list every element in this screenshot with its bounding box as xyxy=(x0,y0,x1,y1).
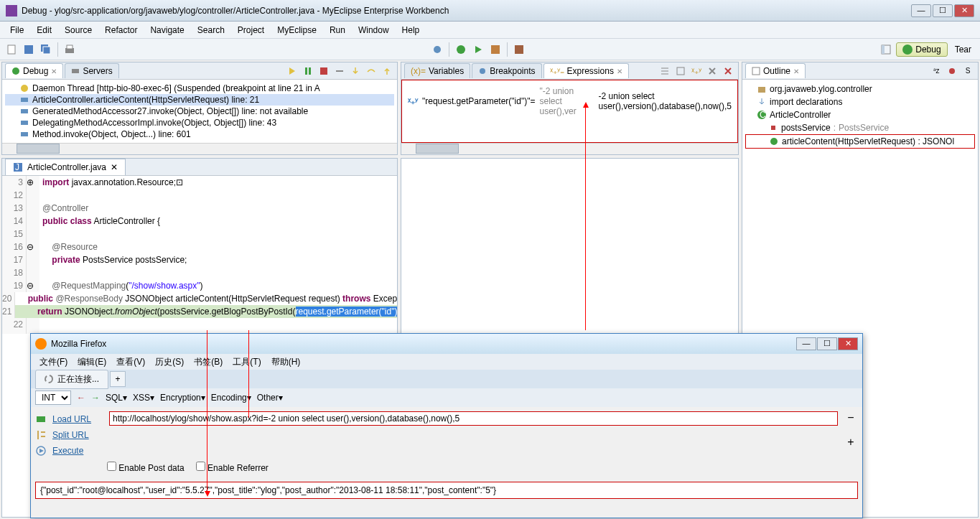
tab-variables[interactable]: (x)= Variables xyxy=(404,63,470,78)
ff-menu-history[interactable]: 历史(S) xyxy=(151,355,188,370)
remove-button[interactable] xyxy=(705,64,719,78)
hackbar-encryption[interactable]: Encryption▾ xyxy=(160,393,205,403)
close-icon[interactable]: ✕ xyxy=(111,162,118,172)
menu-edit[interactable]: Edit xyxy=(31,23,57,37)
outline-package[interactable]: org.javaweb.ylog.controller xyxy=(745,83,975,95)
menu-window[interactable]: Window xyxy=(353,23,395,37)
debug-dropdown[interactable] xyxy=(454,42,468,57)
outline-method[interactable]: articleContent(HttpServletRequest) : JSO… xyxy=(745,134,975,149)
menu-file[interactable]: File xyxy=(4,23,29,37)
hackbar-encoding[interactable]: Encoding▾ xyxy=(211,393,251,403)
close-icon[interactable]: ✕ xyxy=(51,67,57,75)
menu-search[interactable]: Search xyxy=(192,23,230,37)
coverage-button[interactable] xyxy=(488,42,503,57)
maximize-button[interactable]: ☐ xyxy=(933,4,953,17)
save-button[interactable] xyxy=(22,42,36,57)
minimize-button[interactable]: — xyxy=(911,4,931,17)
ff-close[interactable]: ✕ xyxy=(838,337,858,350)
firefox-tab[interactable]: 正在连接... xyxy=(35,370,108,389)
outline-class[interactable]: C ArticleController xyxy=(745,108,975,121)
disconnect-button[interactable] xyxy=(332,64,347,78)
hackbar-plus[interactable]: + xyxy=(844,436,858,449)
stack-frame[interactable]: DelegatingMethodAccessorImpl.invoke(Obje… xyxy=(5,117,394,128)
perspective-icon xyxy=(880,44,892,55)
enable-post-check[interactable]: Enable Post data xyxy=(107,462,185,473)
step-over-button[interactable] xyxy=(364,64,378,78)
remove-all-button[interactable] xyxy=(721,64,735,78)
outline-field[interactable]: postsService : PostsService xyxy=(745,121,975,134)
resume-button[interactable] xyxy=(285,64,299,78)
hackbar-other[interactable]: Other▾ xyxy=(257,393,283,403)
scrollbar[interactable] xyxy=(2,143,397,154)
ff-minimize[interactable]: — xyxy=(796,337,816,350)
hackbar-incr[interactable]: → xyxy=(91,393,100,403)
suspend-button[interactable] xyxy=(301,64,315,78)
debug-perspective-badge[interactable]: Debug xyxy=(896,42,947,57)
ff-maximize[interactable]: ☐ xyxy=(817,337,837,350)
step-return-button[interactable] xyxy=(380,64,394,78)
split-url-row[interactable]: Split URL xyxy=(35,427,103,443)
hide-static-button[interactable]: S xyxy=(961,64,975,78)
menu-help[interactable]: Help xyxy=(396,23,426,37)
ext-tools-button[interactable] xyxy=(512,42,526,57)
run-dropdown[interactable] xyxy=(471,42,485,57)
ff-menu-help[interactable]: 帮助(H) xyxy=(267,355,305,370)
ff-menu-tools[interactable]: 工具(T) xyxy=(228,355,265,370)
hackbar-sql[interactable]: SQL▾ xyxy=(106,393,127,403)
load-url-row[interactable]: Load URL xyxy=(35,411,103,427)
ff-menu-bookmarks[interactable]: 书签(B) xyxy=(190,355,227,370)
outline-imports[interactable]: import declarations xyxy=(745,95,975,108)
team-perspective[interactable]: Tear xyxy=(951,43,976,56)
tab-expressions[interactable]: ᵡ₊ʸ₌ Expressions ✕ xyxy=(543,63,629,78)
scrollbar[interactable] xyxy=(401,143,738,154)
thread-row[interactable]: Daemon Thread [http-bio-80-exec-6] (Susp… xyxy=(5,83,394,94)
hackbar-minus[interactable]: − xyxy=(844,411,858,424)
add-expr-button[interactable]: ᵡ₊ʸ xyxy=(689,64,704,78)
execute-row[interactable]: Execute xyxy=(35,443,103,459)
editor-tab[interactable]: J ArticleController.java ✕ xyxy=(5,159,126,175)
menu-navigate[interactable]: Navigate xyxy=(144,23,190,37)
sort-button[interactable]: ᵃz xyxy=(929,64,943,78)
close-icon[interactable]: ✕ xyxy=(793,67,799,75)
new-tab-button[interactable]: + xyxy=(110,371,126,387)
print-button[interactable] xyxy=(62,42,77,57)
open-perspective-button[interactable] xyxy=(879,42,893,57)
hackbar-url-input[interactable]: http://localhost/ylog/show/show.aspx?id=… xyxy=(109,411,838,426)
svg-rect-0 xyxy=(8,45,15,54)
new-button[interactable] xyxy=(4,42,19,57)
menu-run[interactable]: Run xyxy=(324,23,351,37)
ff-menu-edit[interactable]: 编辑(E) xyxy=(73,355,111,370)
stack-frame[interactable]: Method.invoke(Object, Object...) line: 6… xyxy=(5,128,394,140)
tab-debug[interactable]: Debug ✕ xyxy=(5,63,63,78)
firefox-menubar: 文件(F) 编辑(E) 查看(V) 历史(S) 书签(B) 工具(T) 帮助(H… xyxy=(31,354,862,370)
menu-myeclipse[interactable]: MyEclipse xyxy=(271,23,322,37)
menu-source[interactable]: Source xyxy=(59,23,98,37)
step-into-button[interactable] xyxy=(348,64,363,78)
svg-rect-30 xyxy=(758,87,765,93)
expression-row[interactable]: ᵡ₊ʸ "request.getParameter("id")"= "-2 un… xyxy=(405,83,734,119)
skip-breakpoints-button[interactable] xyxy=(430,42,444,57)
close-button[interactable]: ✕ xyxy=(954,4,974,17)
tree-button[interactable] xyxy=(658,64,672,78)
close-icon[interactable]: ✕ xyxy=(617,67,622,75)
code-editor[interactable]: 3⊕import javax.annotation.Resource;⊡ 12 … xyxy=(2,176,397,334)
hide-fields-button[interactable] xyxy=(945,64,959,78)
sort-icon: ᵃz xyxy=(933,67,940,75)
expr-value: -2 union select user(),version(),databas… xyxy=(599,91,732,111)
terminate-button[interactable] xyxy=(317,64,331,78)
hackbar-decr[interactable]: ← xyxy=(77,393,85,403)
tab-servers[interactable]: Servers xyxy=(65,63,118,78)
tab-outline[interactable]: Outline ✕ xyxy=(745,63,806,78)
stack-frame[interactable]: GeneratedMethodAccessor27.invoke(Object,… xyxy=(5,106,394,117)
hackbar-db-select[interactable]: INT xyxy=(35,391,71,405)
stack-frame[interactable]: ArticleController.articleContent(HttpSer… xyxy=(5,94,394,106)
ff-menu-view[interactable]: 查看(V) xyxy=(112,355,149,370)
save-all-button[interactable] xyxy=(39,42,53,57)
collapse-button[interactable] xyxy=(673,64,688,78)
tab-breakpoints[interactable]: Breakpoints xyxy=(472,63,541,78)
hackbar-xss[interactable]: XSS▾ xyxy=(133,393,154,403)
hackbar-checks: Enable Post data Enable Referrer xyxy=(35,459,858,476)
menu-project[interactable]: Project xyxy=(232,23,270,37)
ff-menu-file[interactable]: 文件(F) xyxy=(35,355,72,370)
menu-refactor[interactable]: Refactor xyxy=(99,23,143,37)
